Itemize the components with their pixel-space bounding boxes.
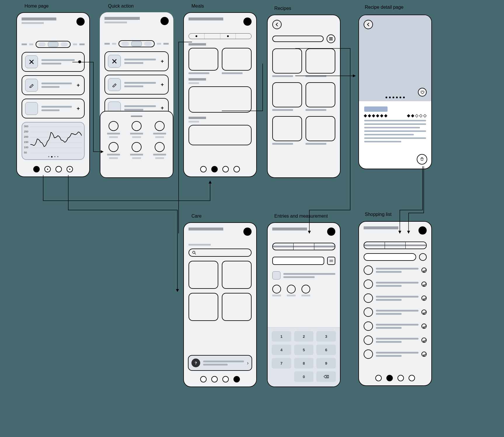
qa-item-5[interactable] [128,142,145,159]
key-0[interactable]: 0 [294,371,314,382]
care-tile[interactable] [189,261,218,289]
nav-2[interactable] [222,376,229,382]
add-button[interactable]: + [75,82,81,88]
favorite-button[interactable] [418,88,427,97]
tab-4[interactable] [236,34,251,39]
check-icon[interactable] [421,352,427,357]
recipe-tile[interactable] [306,82,335,107]
quick-action-sheet[interactable] [100,111,173,178]
nav-meals[interactable] [211,166,218,172]
back-button[interactable] [272,20,282,29]
check-icon[interactable] [421,282,427,287]
tab-3[interactable] [314,243,335,250]
nav-home[interactable] [200,166,207,172]
option-3[interactable] [301,285,310,293]
recipe-tile[interactable] [272,82,302,107]
care-tile[interactable] [222,293,252,321]
list-item[interactable] [364,307,427,317]
key-6[interactable]: 6 [316,345,336,355]
qa-item-4[interactable] [105,142,122,159]
qa-item-2[interactable] [128,121,145,138]
meals-tabs[interactable] [189,33,252,39]
key-4[interactable]: 4 [272,345,291,355]
filter-button[interactable] [327,34,335,43]
add-button[interactable]: + [159,58,165,64]
key-9[interactable]: 9 [316,358,336,368]
nav-care[interactable] [233,376,240,382]
list-item[interactable] [364,279,427,289]
care-tile[interactable] [222,261,252,289]
check-icon[interactable] [421,310,427,315]
list-item[interactable] [364,265,427,275]
key-1[interactable]: 1 [272,331,291,342]
qa-card-2[interactable]: + [104,75,169,95]
nav-home[interactable] [375,375,382,381]
tab-1[interactable] [364,242,385,249]
list-item[interactable] [364,349,427,359]
recipe-tile[interactable] [306,48,335,74]
date-pill[interactable] [36,41,71,48]
tab-1[interactable] [273,243,294,250]
add-item-button[interactable] [419,253,427,261]
avatar[interactable] [243,228,252,236]
avatar[interactable] [418,226,427,235]
nav-home[interactable] [200,376,207,382]
home-card-1[interactable] [22,52,85,72]
add-button[interactable]: + [159,105,165,111]
qa-card-1[interactable]: + [104,51,169,71]
avatar[interactable] [327,228,335,236]
option-1[interactable] [272,285,281,293]
key-3[interactable]: 3 [316,331,336,342]
add-to-shopping-button[interactable] [417,154,427,165]
recipes-search-field[interactable] [272,36,324,42]
recipe-tile[interactable] [272,116,302,141]
check-icon[interactable] [421,296,427,301]
care-tile[interactable] [189,293,218,321]
check-icon[interactable] [421,268,427,273]
home-card-2[interactable]: + [22,75,85,95]
tab-2[interactable] [385,242,406,249]
tab-2[interactable] [205,34,220,39]
nav-2[interactable] [55,166,62,172]
list-item[interactable] [364,293,427,303]
shopping-search[interactable] [364,253,416,261]
add-button[interactable]: + [75,106,81,112]
chart-pager[interactable] [22,156,84,158]
option-2[interactable] [287,285,296,293]
shopping-tabs[interactable] [364,242,427,249]
tab-2[interactable] [294,243,314,250]
qa-item-3[interactable] [151,121,168,138]
nav-meals[interactable] [211,376,218,382]
nav-care[interactable] [233,166,240,172]
avatar[interactable] [161,17,169,25]
meal-tile[interactable] [189,48,218,71]
key-5[interactable]: 5 [294,345,314,355]
meal-featured-2[interactable] [189,125,252,145]
recipe-tile[interactable] [272,48,302,74]
unit-button[interactable] [327,257,335,265]
nav-meals[interactable] [386,375,393,381]
check-icon[interactable] [421,324,427,329]
key-backspace[interactable]: ⌫ [316,371,336,382]
nav-home[interactable] [33,166,40,172]
recipe-tile[interactable] [306,116,335,141]
list-item[interactable] [364,335,427,345]
nav-care[interactable] [409,375,415,381]
nav-care[interactable] [67,166,73,172]
sheet-handle[interactable] [131,116,142,117]
tab-3[interactable] [220,34,236,39]
value-input[interactable] [272,257,324,265]
key-8[interactable]: 8 [294,358,314,368]
back-button[interactable] [364,20,373,29]
nav-meals[interactable] [44,166,51,172]
qa-item-6[interactable] [151,142,168,159]
hero-pager[interactable] [359,97,431,98]
nav-2[interactable] [397,375,404,381]
qa-item-1[interactable] [105,121,122,138]
meal-tile[interactable] [222,48,252,71]
chart-widget[interactable]: 300 250 200 150 100 50 [22,122,85,160]
key-7[interactable]: 7 [272,358,291,368]
meal-featured[interactable] [189,86,252,113]
check-icon[interactable] [421,338,427,343]
entries-tabs[interactable] [272,243,335,250]
